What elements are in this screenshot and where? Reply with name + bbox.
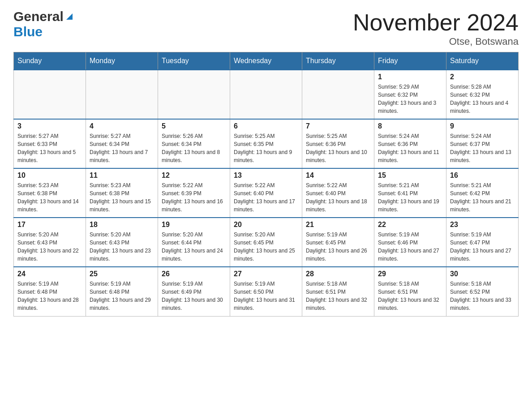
calendar-cell: 2Sunrise: 5:28 AMSunset: 6:32 PMDaylight… [446, 70, 519, 119]
calendar-cell: 7Sunrise: 5:25 AMSunset: 6:36 PMDaylight… [302, 119, 374, 168]
calendar-cell [302, 70, 374, 119]
day-number: 10 [17, 171, 82, 180]
day-number: 19 [162, 221, 226, 229]
week-row-2: 3Sunrise: 5:27 AMSunset: 6:33 PMDaylight… [14, 119, 519, 168]
title-section: November 2024 Otse, Botswana [353, 9, 519, 47]
week-row-4: 17Sunrise: 5:20 AMSunset: 6:43 PMDayligh… [14, 218, 519, 267]
calendar-table: Sunday Monday Tuesday Wednesday Thursday… [13, 52, 519, 317]
day-info: Sunrise: 5:29 AMSunset: 6:32 PMDaylight:… [378, 83, 442, 115]
day-number: 6 [234, 122, 298, 130]
day-info: Sunrise: 5:25 AMSunset: 6:35 PMDaylight:… [234, 132, 298, 164]
day-info: Sunrise: 5:19 AMSunset: 6:49 PMDaylight:… [162, 280, 226, 312]
calendar-cell: 16Sunrise: 5:21 AMSunset: 6:42 PMDayligh… [446, 168, 519, 218]
day-number: 15 [378, 171, 442, 180]
calendar-cell: 17Sunrise: 5:20 AMSunset: 6:43 PMDayligh… [14, 218, 86, 267]
day-info: Sunrise: 5:27 AMSunset: 6:33 PMDaylight:… [17, 132, 82, 164]
calendar-cell: 27Sunrise: 5:19 AMSunset: 6:50 PMDayligh… [230, 267, 302, 316]
month-year-title: November 2024 [353, 9, 519, 36]
day-number: 27 [234, 270, 298, 278]
calendar-cell [230, 70, 302, 119]
day-number: 16 [450, 171, 515, 180]
day-info: Sunrise: 5:28 AMSunset: 6:32 PMDaylight:… [450, 83, 515, 115]
day-info: Sunrise: 5:25 AMSunset: 6:36 PMDaylight:… [306, 132, 370, 164]
location-subtitle: Otse, Botswana [353, 36, 519, 47]
day-info: Sunrise: 5:18 AMSunset: 6:51 PMDaylight:… [306, 280, 370, 312]
calendar-cell: 10Sunrise: 5:23 AMSunset: 6:38 PMDayligh… [14, 168, 86, 218]
day-number: 9 [450, 122, 515, 130]
calendar-cell [158, 70, 230, 119]
day-info: Sunrise: 5:24 AMSunset: 6:36 PMDaylight:… [378, 132, 442, 164]
logo: General Blue [13, 9, 74, 39]
calendar-cell: 6Sunrise: 5:25 AMSunset: 6:35 PMDaylight… [230, 119, 302, 168]
week-row-5: 24Sunrise: 5:19 AMSunset: 6:48 PMDayligh… [14, 267, 519, 316]
calendar-cell: 20Sunrise: 5:20 AMSunset: 6:45 PMDayligh… [230, 218, 302, 267]
day-number: 12 [162, 171, 226, 180]
calendar-cell: 15Sunrise: 5:21 AMSunset: 6:41 PMDayligh… [374, 168, 446, 218]
day-info: Sunrise: 5:20 AMSunset: 6:43 PMDaylight:… [17, 231, 82, 263]
day-info: Sunrise: 5:27 AMSunset: 6:34 PMDaylight:… [90, 132, 154, 164]
calendar-cell: 4Sunrise: 5:27 AMSunset: 6:34 PMDaylight… [86, 119, 158, 168]
day-info: Sunrise: 5:19 AMSunset: 6:48 PMDaylight:… [90, 280, 154, 312]
day-info: Sunrise: 5:19 AMSunset: 6:50 PMDaylight:… [234, 280, 298, 312]
header-tuesday: Tuesday [158, 52, 230, 70]
day-number: 11 [90, 171, 154, 180]
day-number: 3 [17, 122, 82, 130]
day-number: 29 [378, 270, 442, 278]
header-wednesday: Wednesday [230, 52, 302, 70]
day-number: 28 [306, 270, 370, 278]
day-number: 1 [378, 73, 442, 81]
day-info: Sunrise: 5:22 AMSunset: 6:40 PMDaylight:… [306, 181, 370, 214]
day-info: Sunrise: 5:18 AMSunset: 6:52 PMDaylight:… [450, 280, 515, 312]
header-monday: Monday [86, 52, 158, 70]
day-info: Sunrise: 5:19 AMSunset: 6:48 PMDaylight:… [17, 280, 82, 312]
day-number: 23 [450, 221, 515, 229]
day-info: Sunrise: 5:21 AMSunset: 6:42 PMDaylight:… [450, 181, 515, 214]
day-number: 25 [90, 270, 154, 278]
page-header: General Blue November 2024 Otse, Botswan… [13, 9, 519, 47]
day-number: 8 [378, 122, 442, 130]
day-info: Sunrise: 5:22 AMSunset: 6:39 PMDaylight:… [162, 181, 226, 214]
day-info: Sunrise: 5:20 AMSunset: 6:43 PMDaylight:… [90, 231, 154, 263]
day-number: 5 [162, 122, 226, 130]
calendar-cell: 3Sunrise: 5:27 AMSunset: 6:33 PMDaylight… [14, 119, 86, 168]
calendar-cell: 14Sunrise: 5:22 AMSunset: 6:40 PMDayligh… [302, 168, 374, 218]
logo-general-text: General [13, 9, 64, 24]
svg-marker-0 [66, 13, 73, 20]
day-number: 17 [17, 221, 82, 229]
calendar-cell [14, 70, 86, 119]
calendar-cell: 22Sunrise: 5:19 AMSunset: 6:46 PMDayligh… [374, 218, 446, 267]
day-number: 2 [450, 73, 515, 81]
calendar-cell: 28Sunrise: 5:18 AMSunset: 6:51 PMDayligh… [302, 267, 374, 316]
header-friday: Friday [374, 52, 446, 70]
calendar-cell: 9Sunrise: 5:24 AMSunset: 6:37 PMDaylight… [446, 119, 519, 168]
logo-blue-text: Blue [13, 24, 43, 39]
calendar-cell: 11Sunrise: 5:23 AMSunset: 6:38 PMDayligh… [86, 168, 158, 218]
calendar-cell: 12Sunrise: 5:22 AMSunset: 6:39 PMDayligh… [158, 168, 230, 218]
day-info: Sunrise: 5:22 AMSunset: 6:40 PMDaylight:… [234, 181, 298, 214]
day-number: 4 [90, 122, 154, 130]
day-number: 18 [90, 221, 154, 229]
day-info: Sunrise: 5:19 AMSunset: 6:45 PMDaylight:… [306, 231, 370, 263]
day-info: Sunrise: 5:23 AMSunset: 6:38 PMDaylight:… [90, 181, 154, 214]
week-row-3: 10Sunrise: 5:23 AMSunset: 6:38 PMDayligh… [14, 168, 519, 218]
day-number: 14 [306, 171, 370, 180]
day-number: 20 [234, 221, 298, 229]
calendar-cell: 30Sunrise: 5:18 AMSunset: 6:52 PMDayligh… [446, 267, 519, 316]
day-info: Sunrise: 5:20 AMSunset: 6:45 PMDaylight:… [234, 231, 298, 263]
day-number: 26 [162, 270, 226, 278]
day-number: 21 [306, 221, 370, 229]
week-row-1: 1Sunrise: 5:29 AMSunset: 6:32 PMDaylight… [14, 70, 519, 119]
day-number: 7 [306, 122, 370, 130]
day-number: 13 [234, 171, 298, 180]
calendar-cell: 23Sunrise: 5:19 AMSunset: 6:47 PMDayligh… [446, 218, 519, 267]
day-number: 30 [450, 270, 515, 278]
calendar-cell: 8Sunrise: 5:24 AMSunset: 6:36 PMDaylight… [374, 119, 446, 168]
day-info: Sunrise: 5:20 AMSunset: 6:44 PMDaylight:… [162, 231, 226, 263]
day-info: Sunrise: 5:18 AMSunset: 6:51 PMDaylight:… [378, 280, 442, 312]
calendar-cell: 5Sunrise: 5:26 AMSunset: 6:34 PMDaylight… [158, 119, 230, 168]
calendar-cell [86, 70, 158, 119]
day-info: Sunrise: 5:19 AMSunset: 6:47 PMDaylight:… [450, 231, 515, 263]
day-info: Sunrise: 5:19 AMSunset: 6:46 PMDaylight:… [378, 231, 442, 263]
header-thursday: Thursday [302, 52, 374, 70]
calendar-cell: 25Sunrise: 5:19 AMSunset: 6:48 PMDayligh… [86, 267, 158, 316]
